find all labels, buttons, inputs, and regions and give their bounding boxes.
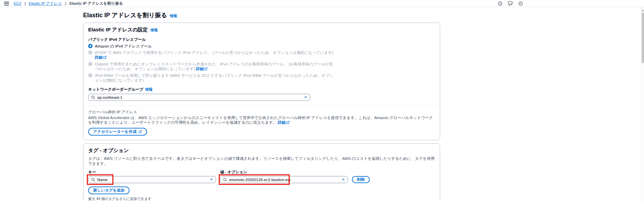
radio-option-ipam: IPv4 IPAM プールを使用して割り振ります (AWS サービスを EC2 … [88, 73, 435, 83]
radio-option-label: Outpost で使用するためにオンプレミスネットワークから作成された、IPv4… [95, 62, 333, 71]
add-new-tag-label: 新しいタグを追加 [93, 188, 124, 193]
public-ipv4-pool-label: パブリック IPv4 アドレスプール [88, 37, 435, 42]
external-link-icon [286, 121, 290, 125]
info-icon[interactable] [498, 1, 502, 6]
breadcrumb-separator: ❯ [64, 2, 67, 5]
global-static-ip-description: AWS Global Accelerator は、AWS エッジロケーションから… [88, 116, 433, 124]
radio-disabled-icon [88, 50, 93, 55]
radio-option-label: IPv4 IPAM プールを使用して割り振ります (AWS サービスを EC2 … [95, 73, 334, 83]
radio-selected-icon[interactable] [88, 44, 93, 48]
external-link-icon [139, 130, 142, 134]
create-accelerator-button[interactable]: アクセラレーターを作成 [88, 128, 147, 136]
outpost-detail-link[interactable]: 詳細 [196, 67, 204, 71]
clock-icon[interactable] [518, 1, 523, 6]
tags-description: タグは、AWS リソースに割り当てるラベルです。各タグはキーとオプションの値で構… [88, 156, 435, 166]
tag-value-input[interactable]: ✕ [220, 176, 348, 183]
network-border-group-label: ネットワークボーダーグループ [88, 87, 143, 92]
tag-limit-note: 最大 49 個のタグをさらに追加できます [88, 197, 435, 201]
remove-tag-button[interactable]: 削除 [352, 176, 370, 183]
section-divider [83, 106, 440, 106]
search-icon [223, 178, 227, 182]
remove-tag-label: 削除 [357, 177, 365, 182]
page-info-link[interactable]: 情報 [170, 13, 177, 19]
breadcrumb-current-page: Elastic IP アドレスを割り振る [69, 1, 123, 6]
vertical-scrollbar[interactable] [641, 7, 644, 201]
radio-option-label: Amazon の IPv4 アドレスプール [95, 44, 152, 49]
scrollbar-thumb[interactable] [642, 12, 644, 63]
search-icon [91, 95, 95, 99]
radio-disabled-icon [88, 73, 93, 78]
tag-key-field[interactable] [97, 178, 208, 182]
breadcrumb-elastic-ip[interactable]: Elastic IP アドレス [29, 1, 62, 6]
elastic-ip-settings-card: Elastic IP アドレスの設定 情報 パブリック IPv4 アドレスプール… [83, 23, 440, 140]
radio-option-amazon-pool[interactable]: Amazon の IPv4 アドレスプール [88, 44, 435, 49]
tag-key-input[interactable]: ✕ [88, 176, 216, 183]
tag-value-field[interactable] [229, 178, 340, 182]
clear-input-icon[interactable]: ✕ [210, 178, 213, 181]
network-border-group-info-link[interactable]: 情報 [145, 87, 153, 92]
radio-option-outpost: Outpost で使用するためにオンプレミスネットワークから作成された、IPv4… [88, 62, 435, 71]
breadcrumb-ec2[interactable]: EC2 [14, 1, 21, 5]
global-static-ip-title: グローバル静的 IP アドレス [88, 110, 435, 115]
main-content: Elastic IP アドレスを割り振る 情報 Elastic IP アドレスの… [0, 7, 523, 201]
tag-value-label: 値 - オプション [220, 170, 348, 175]
network-border-group-input[interactable]: ✕ [88, 94, 310, 101]
page-title: Elastic IP アドレスを割り振る [83, 11, 167, 19]
tags-card: タグ - オプション タグは、AWS リソースに割り当てるラベルです。各タグはキ… [83, 143, 440, 201]
create-accelerator-label: アクセラレーターを作成 [93, 129, 136, 134]
scrollbar-up-arrow-icon[interactable] [642, 9, 644, 11]
external-link-icon [103, 55, 107, 60]
top-navigation-bar: EC2 ❯ Elastic IP アドレス ❯ Elastic IP アドレスを… [0, 0, 644, 7]
byoip-detail-link[interactable]: 詳細 [95, 55, 103, 59]
radio-option-label: BYOIP で AWS アカウントで使用するパブリック IPv4 アドレス。 (… [95, 51, 333, 55]
add-new-tag-button[interactable]: 新しいタグを追加 [88, 186, 130, 194]
clear-input-icon[interactable]: ✕ [304, 95, 307, 99]
global-accelerator-detail-link[interactable]: 詳細 [278, 120, 286, 124]
settings-card-title: Elastic IP アドレスの設定 [88, 27, 148, 33]
breadcrumb: EC2 ❯ Elastic IP アドレス ❯ Elastic IP アドレスを… [14, 1, 123, 6]
network-border-group-field[interactable] [97, 95, 302, 99]
tag-key-label: キー [88, 170, 216, 175]
settings-info-link[interactable]: 情報 [150, 28, 158, 33]
tags-card-title: タグ - オプション [88, 147, 435, 154]
hamburger-menu-icon[interactable] [4, 2, 9, 5]
breadcrumb-separator: ❯ [24, 2, 26, 5]
radio-disabled-icon [88, 62, 93, 66]
search-icon [91, 178, 95, 182]
feedback-icon[interactable] [508, 1, 513, 6]
external-link-icon [204, 67, 208, 71]
radio-option-byoip: BYOIP で AWS アカウントで使用するパブリック IPv4 アドレス。 (… [88, 50, 435, 60]
clear-input-icon[interactable]: ✕ [342, 178, 345, 181]
